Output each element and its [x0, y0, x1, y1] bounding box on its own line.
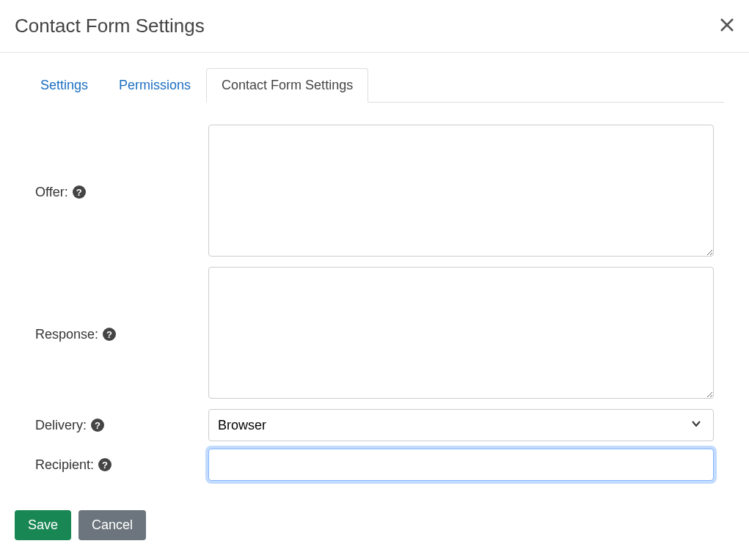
tab-permissions[interactable]: Permissions — [103, 68, 206, 103]
modal-header: Contact Form Settings — [0, 0, 749, 53]
offer-row: Offer: ? — [35, 125, 714, 259]
recipient-label-col: Recipient: ? — [35, 457, 208, 473]
cancel-button[interactable]: Cancel — [78, 510, 146, 540]
tab-settings[interactable]: Settings — [25, 68, 103, 103]
close-icon — [720, 16, 734, 36]
recipient-input[interactable] — [208, 449, 714, 481]
help-icon[interactable]: ? — [98, 458, 112, 471]
recipient-row: Recipient: ? — [35, 449, 714, 481]
response-label: Response: — [35, 327, 98, 342]
response-textarea[interactable] — [208, 267, 714, 399]
tabs: Settings Permissions Contact Form Settin… — [25, 67, 724, 103]
offer-label: Offer: — [35, 185, 68, 200]
delivery-label: Delivery: — [35, 418, 87, 433]
button-row: Save Cancel — [0, 488, 749, 540]
tab-contact-form-settings[interactable]: Contact Form Settings — [206, 68, 368, 103]
response-label-col: Response: ? — [35, 327, 208, 342]
offer-textarea[interactable] — [208, 125, 714, 257]
recipient-label: Recipient: — [35, 457, 94, 473]
delivery-label-col: Delivery: ? — [35, 418, 208, 433]
help-icon[interactable]: ? — [103, 328, 116, 341]
response-input-col — [208, 267, 714, 402]
offer-input-col — [208, 125, 714, 259]
recipient-input-col — [208, 449, 714, 481]
offer-label-col: Offer: ? — [35, 185, 208, 200]
response-row: Response: ? — [35, 267, 714, 402]
help-icon[interactable]: ? — [91, 419, 104, 432]
modal-title: Contact Form Settings — [15, 15, 205, 37]
delivery-row: Delivery: ? Browser — [35, 409, 714, 441]
delivery-select[interactable]: Browser — [208, 409, 714, 441]
help-icon[interactable]: ? — [73, 185, 86, 199]
form-area: Offer: ? Response: ? Delivery: ? Browser — [0, 103, 749, 481]
close-button[interactable] — [720, 18, 734, 35]
delivery-input-col: Browser — [208, 409, 714, 441]
save-button[interactable]: Save — [15, 510, 71, 540]
